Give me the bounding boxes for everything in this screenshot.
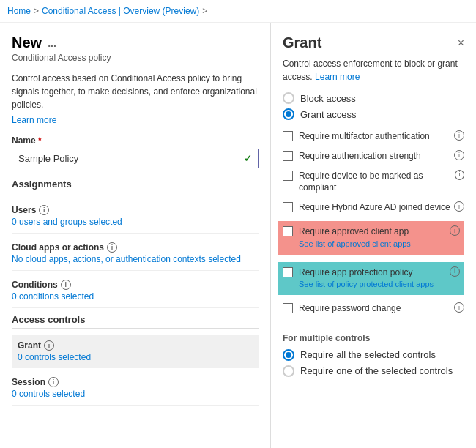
checkbox-app-protection: Require app protection policy i See list… [278, 262, 464, 296]
main-container: New ... Conditional Access policy Contro… [0, 23, 476, 448]
all-controls-option[interactable]: Require all the selected controls [283, 349, 464, 361]
multiple-controls-radio-group: Require all the selected controls Requir… [283, 349, 464, 377]
checkbox-compliant-input[interactable] [283, 171, 293, 181]
one-control-option[interactable]: Require one of the selected controls [283, 365, 464, 377]
block-access-radio[interactable] [283, 92, 294, 104]
page-description: Control access based on Conditional Acce… [12, 72, 259, 111]
conditions-info-icon[interactable]: i [61, 280, 71, 290]
session-label: Session i [12, 377, 259, 387]
checkbox-approved-client-text: Require approved client app i See list o… [299, 225, 460, 250]
auth-strength-label: Require authentication strength [299, 150, 421, 163]
page-title-row: New ... [12, 34, 259, 51]
grant-access-option[interactable]: Grant access [283, 108, 464, 120]
checkbox-auth-strength-input[interactable] [283, 151, 293, 161]
name-value: Sample Policy [18, 153, 78, 164]
divider [283, 324, 464, 324]
hybrid-info-icon[interactable]: i [454, 201, 464, 212]
required-star: * [36, 135, 42, 146]
app-protection-info-icon[interactable]: i [450, 266, 460, 277]
access-controls-title: Access controls [12, 314, 259, 329]
conditions-label: Conditions i [12, 280, 259, 290]
breadcrumb-conditional-access[interactable]: Conditional Access | Overview (Preview) [42, 6, 199, 16]
checkbox-password-change-text: Require password change i [299, 302, 464, 315]
session-value[interactable]: 0 controls selected [12, 389, 259, 399]
checkbox-mfa: Require multifactor authentication i [283, 130, 464, 143]
cloud-apps-info-icon[interactable]: i [107, 242, 117, 253]
grant-info-icon[interactable]: i [44, 340, 54, 351]
grant-access-label: Grant access [300, 109, 357, 120]
users-assignment[interactable]: Users i 0 users and groups selected [12, 199, 259, 234]
users-info-icon[interactable]: i [39, 205, 49, 215]
checkbox-mfa-input[interactable] [283, 131, 293, 141]
password-change-info-icon[interactable]: i [454, 302, 464, 313]
assignments-title: Assignments [12, 179, 259, 193]
all-controls-radio[interactable] [283, 349, 294, 361]
session-assignment[interactable]: Session i 0 controls selected [12, 371, 259, 406]
grant-section[interactable]: Grant i 0 controls selected [12, 335, 259, 368]
grant-value[interactable]: 0 controls selected [18, 352, 253, 362]
checkbox-hybrid-input[interactable] [283, 202, 293, 212]
checkbox-password-change-input[interactable] [283, 303, 293, 313]
checkbox-approved-client: Require approved client app i See list o… [278, 221, 464, 255]
breadcrumb-sep2: > [202, 6, 207, 16]
compliant-info-icon[interactable]: i [455, 170, 464, 180]
approved-client-info-icon[interactable]: i [450, 225, 460, 236]
checkbox-auth-strength-row: Require authentication strength i [299, 150, 464, 163]
checkbox-app-protection-input[interactable] [283, 267, 293, 277]
breadcrumb: Home > Conditional Access | Overview (Pr… [0, 0, 476, 23]
grant-learn-more-link[interactable]: Learn more [315, 72, 360, 82]
breadcrumb-sep1: > [34, 6, 39, 16]
approved-client-link[interactable]: See list of approved client apps [299, 239, 411, 248]
checkbox-mfa-row: Require multifactor authentication i [299, 130, 464, 143]
checkbox-password-change-row: Require password change i [299, 302, 464, 315]
block-access-option[interactable]: Block access [283, 92, 464, 104]
mfa-label: Require multifactor authentication [299, 130, 430, 143]
hybrid-label: Require Hybrid Azure AD joined device [299, 201, 450, 214]
all-controls-label: Require all the selected controls [300, 349, 436, 360]
compliant-label: Require device to be marked as compliant [299, 170, 452, 195]
grant-label: Grant i [18, 340, 253, 351]
checkbox-compliant: Require device to be marked as compliant… [283, 170, 464, 195]
one-control-label: Require one of the selected controls [300, 365, 453, 376]
auth-strength-info-icon[interactable]: i [454, 150, 464, 160]
block-access-label: Block access [300, 93, 356, 104]
grant-access-radio[interactable] [283, 108, 294, 120]
name-input[interactable]: Sample Policy ✓ [12, 149, 259, 168]
name-label: Name * [12, 135, 259, 146]
cloud-apps-label: Cloud apps or actions i [12, 242, 259, 253]
checkbox-auth-strength: Require authentication strength i [283, 150, 464, 163]
conditions-assignment[interactable]: Conditions i 0 conditions selected [12, 274, 259, 308]
check-icon: ✓ [244, 153, 252, 164]
access-radio-group: Block access Grant access [283, 92, 464, 120]
page-title: New [12, 34, 42, 51]
checkbox-approved-client-input[interactable] [283, 226, 293, 236]
checkbox-auth-strength-text: Require authentication strength i [299, 150, 464, 163]
checkbox-compliant-text: Require device to be marked as compliant… [299, 170, 464, 195]
mfa-info-icon[interactable]: i [454, 130, 464, 141]
panel-description: Control access enforcement to block or g… [283, 57, 464, 83]
checkbox-hybrid: Require Hybrid Azure AD joined device i [283, 201, 464, 214]
page-subtitle: Conditional Access policy [12, 53, 259, 63]
checkbox-hybrid-row: Require Hybrid Azure AD joined device i [299, 201, 464, 214]
users-label: Users i [12, 205, 259, 215]
users-value[interactable]: 0 users and groups selected [12, 217, 259, 227]
app-protection-label: Require app protection policy [299, 266, 412, 279]
left-panel: New ... Conditional Access policy Contro… [0, 23, 271, 448]
checkbox-hybrid-text: Require Hybrid Azure AD joined device i [299, 201, 464, 214]
one-control-radio[interactable] [283, 365, 294, 377]
for-multiple-label: For multiple controls [283, 333, 464, 343]
ellipsis-menu[interactable]: ... [48, 37, 56, 49]
session-info-icon[interactable]: i [48, 377, 59, 387]
checkbox-mfa-text: Require multifactor authentication i [299, 130, 464, 143]
conditions-value[interactable]: 0 conditions selected [12, 291, 259, 302]
checkbox-app-protection-text: Require app protection policy i See list… [299, 266, 460, 291]
checkbox-app-protection-row: Require app protection policy i [299, 266, 460, 279]
cloud-apps-assignment[interactable]: Cloud apps or actions i No cloud apps, a… [12, 236, 259, 271]
panel-title: Grant [283, 34, 321, 51]
learn-more-link[interactable]: Learn more [12, 115, 56, 125]
cloud-apps-value[interactable]: No cloud apps, actions, or authenticatio… [12, 254, 259, 264]
close-button[interactable]: × [458, 37, 464, 50]
breadcrumb-home[interactable]: Home [7, 6, 31, 16]
app-protection-link[interactable]: See list of policy protected client apps [299, 280, 434, 288]
right-panel: Grant × Control access enforcement to bl… [271, 23, 476, 448]
